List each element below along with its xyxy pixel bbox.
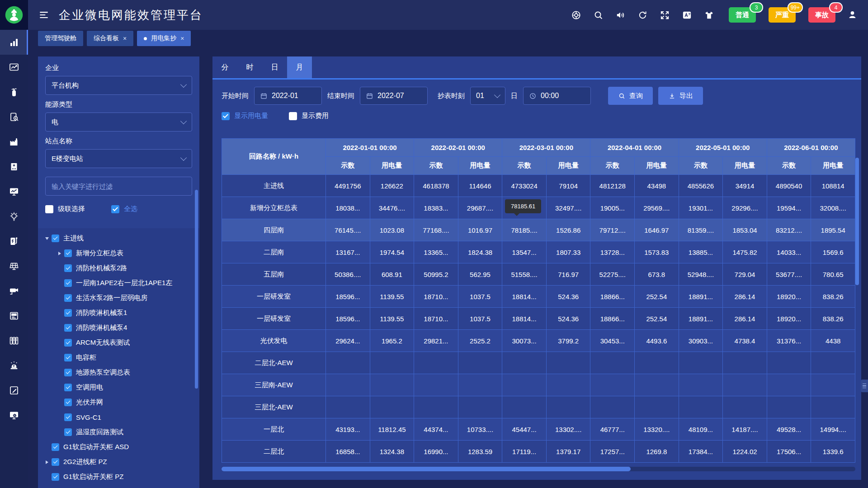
sidebar-item-building[interactable] — [0, 154, 28, 179]
tree-expand-icon[interactable] — [55, 252, 64, 255]
select-all-label[interactable]: 全选 — [124, 205, 137, 213]
show-energy-checkbox[interactable] — [222, 112, 230, 120]
tree-item-label[interactable]: 新增分立柜总表 — [76, 249, 123, 258]
export-button[interactable]: 导出 — [658, 87, 703, 105]
refresh-icon[interactable] — [637, 10, 648, 20]
tree-checkbox[interactable] — [64, 339, 72, 347]
meter-day-select[interactable]: 01 — [470, 87, 505, 105]
period-tab-月[interactable]: 月 — [287, 56, 312, 78]
tree-checkbox[interactable] — [64, 249, 72, 257]
tree-checkbox[interactable] — [64, 384, 72, 391]
user-icon[interactable] — [847, 9, 858, 20]
tree-item-15[interactable]: 2G2进线柜 PZ — [38, 455, 199, 469]
drawer-handle[interactable] — [861, 380, 868, 392]
tree-item-label[interactable]: 空调用电 — [76, 383, 103, 392]
tree-checkbox[interactable] — [64, 354, 72, 361]
nav-tab-1[interactable]: 综合看板× — [87, 31, 133, 46]
tree-checkbox[interactable] — [64, 413, 72, 421]
sidebar-item-bar-chart[interactable] — [0, 30, 28, 55]
tree-item-1[interactable]: 新增分立柜总表 — [38, 246, 199, 261]
sidebar-item-trend-chart[interactable] — [0, 55, 28, 80]
sidebar-item-access-panel[interactable] — [0, 303, 28, 328]
tree-checkbox[interactable] — [52, 235, 59, 242]
tree-item-label[interactable]: 消防喷淋机械泵4 — [76, 324, 127, 332]
cascade-checkbox[interactable] — [45, 205, 53, 213]
company-select[interactable]: 平台机构 — [45, 76, 192, 95]
nav-tab-2[interactable]: 用电集抄× — [137, 31, 191, 46]
show-energy-label[interactable]: 显示用电量 — [234, 112, 268, 120]
tree-item-10[interactable]: 空调用电 — [38, 380, 199, 395]
tree-item-3[interactable]: 一层南1APE2右一层北1APE1左 — [38, 276, 199, 291]
tree-item-13[interactable]: 温湿度回路测试 — [38, 425, 199, 440]
sidebar-item-monitor-gear[interactable] — [0, 403, 28, 427]
alert-button-2[interactable]: 事故4 — [808, 7, 835, 23]
fullscreen-icon[interactable] — [660, 10, 670, 20]
close-icon[interactable]: × — [123, 35, 127, 42]
sidebar-item-bulb[interactable] — [0, 204, 28, 229]
tree-item-label[interactable]: 地源热泵空调总表 — [76, 368, 130, 377]
translate-icon[interactable] — [682, 10, 692, 20]
start-time-input[interactable]: 2022-01 — [254, 87, 322, 105]
tree-item-label[interactable]: 生活水泵2路一层弱电房 — [76, 294, 147, 302]
tree-item-14[interactable]: G1软启动开关柜 ASD — [38, 440, 199, 455]
tree-checkbox[interactable] — [64, 264, 72, 272]
sidebar-item-edit[interactable] — [0, 378, 28, 403]
tree-item-label[interactable]: 消防栓机械泵2路 — [76, 264, 127, 272]
tree-checkbox[interactable] — [64, 369, 72, 376]
tree-item-label[interactable]: 温湿度回路测试 — [76, 428, 123, 436]
tree-item-0[interactable]: 主进线 — [38, 231, 199, 246]
tree-item-7[interactable]: ARCM无线表测试 — [38, 335, 199, 350]
alert-button-1[interactable]: 严重99+ — [769, 7, 796, 23]
tree-item-17[interactable]: EC演示箱 — [38, 484, 199, 488]
sidebar-item-alarm[interactable] — [0, 353, 28, 378]
meter-time-input[interactable]: 00:00 — [523, 87, 591, 105]
tree-item-label[interactable]: 一层南1APE2右一层北1APE1左 — [76, 279, 172, 287]
tree-expand-icon[interactable] — [42, 237, 52, 240]
tree-checkbox[interactable] — [52, 473, 59, 481]
tree-item-6[interactable]: 消防喷淋机械泵4 — [38, 320, 199, 335]
tree-item-8[interactable]: 电容柜 — [38, 350, 199, 365]
table-horizontal-scrollbar[interactable] — [222, 467, 631, 471]
tree-item-label[interactable]: 主进线 — [63, 234, 84, 243]
station-select[interactable]: E楼变电站 — [45, 149, 192, 168]
tree-item-label[interactable]: SVG-C1 — [76, 413, 101, 421]
tree-checkbox[interactable] — [64, 279, 72, 287]
tree-checkbox[interactable] — [52, 458, 59, 466]
select-all-checkbox[interactable] — [111, 205, 119, 213]
tree-item-label[interactable]: 消防喷淋机械泵1 — [76, 309, 127, 317]
tree-item-9[interactable]: 地源热泵空调总表 — [38, 365, 199, 380]
tree-item-5[interactable]: 消防喷淋机械泵1 — [38, 305, 199, 320]
sidebar-item-cabinet[interactable] — [0, 328, 28, 353]
tree-item-2[interactable]: 消防栓机械泵2路 — [38, 261, 199, 276]
tree-item-label[interactable]: 电容柜 — [76, 353, 96, 362]
tree-checkbox[interactable] — [64, 309, 72, 317]
tree-item-4[interactable]: 生活水泵2路一层弱电房 — [38, 291, 199, 305]
volume-icon[interactable] — [615, 10, 626, 20]
tree-checkbox[interactable] — [52, 443, 59, 451]
tree-item-label[interactable]: 光伏并网 — [76, 398, 103, 407]
close-icon[interactable]: × — [180, 35, 184, 42]
sidebar-item-inspection[interactable] — [0, 104, 28, 129]
tree-expand-icon[interactable] — [42, 460, 52, 464]
search-icon[interactable] — [593, 10, 604, 20]
tree-item-16[interactable]: G1软启动开关柜 PZ — [38, 469, 199, 484]
sidebar-item-fire-extinguisher[interactable] — [0, 80, 28, 104]
sidebar-item-camera[interactable] — [0, 278, 28, 303]
sidebar-item-factory[interactable] — [0, 129, 28, 154]
period-tab-分[interactable]: 分 — [212, 56, 237, 78]
tree-item-11[interactable]: 光伏并网 — [38, 395, 199, 410]
sidebar-item-solar-panel[interactable] — [0, 253, 28, 278]
tree-filter-input[interactable] — [45, 177, 192, 196]
tree-item-label[interactable]: G1软启动开关柜 PZ — [63, 473, 123, 481]
sidebar-item-ev-charger[interactable] — [0, 229, 28, 253]
show-cost-checkbox[interactable] — [289, 112, 297, 120]
tree-item-label[interactable]: ARCM无线表测试 — [76, 338, 130, 347]
period-tab-时[interactable]: 时 — [237, 56, 262, 78]
tree-checkbox[interactable] — [64, 428, 72, 436]
query-button[interactable]: 查询 — [608, 87, 653, 105]
show-cost-label[interactable]: 显示费用 — [302, 112, 329, 120]
tree-item-label[interactable]: G1软启动开关柜 ASD — [63, 443, 129, 451]
table-vertical-scrollbar[interactable] — [855, 158, 859, 285]
alert-button-0[interactable]: 普通3 — [729, 7, 756, 23]
tree-checkbox[interactable] — [64, 399, 72, 406]
